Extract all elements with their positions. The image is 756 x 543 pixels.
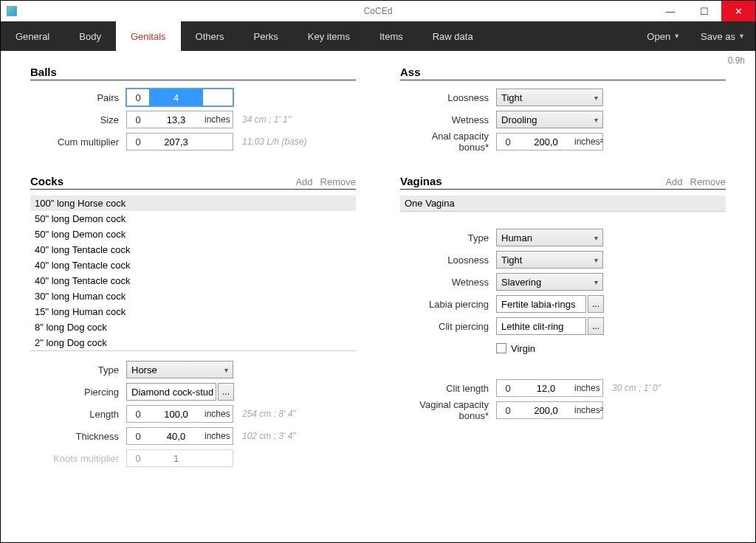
cock-thick-hint: 102 cm ; 3' 4" [242, 431, 296, 441]
vag-wetness-select[interactable]: Slavering▾ [496, 273, 603, 291]
clitp-label: Clit piercing [400, 321, 496, 332]
list-item[interactable]: 50" long Demon cock [30, 226, 356, 242]
vaginas-remove[interactable]: Remove [690, 176, 726, 187]
list-item[interactable]: 15" long Human cock [30, 304, 356, 319]
vaginas-add[interactable]: Add [665, 176, 682, 187]
tab-bar: General Body Genitals Others Perks Key i… [1, 21, 755, 51]
pairs-input[interactable]: 0 4 [126, 89, 233, 106]
tab-key-items[interactable]: Key items [293, 21, 365, 51]
vag-wetness-label: Wetness [400, 277, 496, 288]
cock-type-label: Type [30, 364, 126, 376]
clitlen-hint: 30 cm ; 1' 0" [612, 383, 661, 393]
list-item[interactable]: 40" long Tentacle cock [30, 257, 356, 273]
clitlen-label: Clit length [400, 383, 496, 394]
cocks-list: 100" long Horse cock 50" long Demon cock… [30, 196, 356, 351]
list-item[interactable]: One Vagina [400, 196, 726, 211]
size-label: Size [30, 114, 126, 125]
cocks-title: Cocks [30, 175, 63, 187]
vaginas-list: One Vagina [400, 196, 726, 212]
chevron-down-icon: ▼ [673, 32, 680, 40]
list-item[interactable]: 100" long Horse cock [30, 196, 356, 211]
cock-piercing-label: Piercing [30, 387, 126, 398]
checkbox-icon [496, 343, 506, 353]
chevron-down-icon: ▼ [738, 32, 745, 40]
clitp-field[interactable]: Lethite clit-ring [496, 317, 586, 335]
chevron-down-icon: ▾ [219, 366, 233, 374]
chevron-down-icon: ▾ [589, 256, 602, 264]
section-ass: Ass Loosness Tight▾ Wetness Drooling▾ An… [400, 66, 726, 153]
chevron-down-icon: ▾ [589, 116, 602, 124]
virgin-checkbox[interactable]: Virgin [496, 339, 535, 358]
cum-input[interactable]: 0 207,3 [126, 133, 233, 151]
labia-label: Labia piercing [400, 299, 496, 310]
list-item[interactable]: 40" long Tentacle cock [30, 273, 356, 288]
cock-piercing-more-button[interactable]: ... [218, 383, 234, 401]
vag-loosness-label: Loosness [400, 255, 496, 266]
open-menu[interactable]: Open▼ [636, 21, 690, 51]
ass-wetness-select[interactable]: Drooling▾ [496, 111, 603, 128]
tab-perks[interactable]: Perks [239, 21, 293, 51]
cock-length-hint: 254 cm ; 8' 4" [242, 409, 296, 419]
app-icon [7, 6, 17, 16]
list-item[interactable]: 50" long Demon cock [30, 211, 356, 226]
minimize-button[interactable]: — [653, 1, 687, 21]
tab-raw-data[interactable]: Raw data [418, 21, 488, 51]
size-hint: 34 cm ; 1' 1" [242, 114, 291, 125]
cock-length-input[interactable]: 0 100,0 inches [126, 405, 233, 423]
cum-label: Cum multiplier [30, 136, 126, 148]
ass-cap-label: Anal capacity bonus* [400, 131, 496, 153]
list-item[interactable]: 30" long Human cock [30, 288, 356, 304]
section-balls: Balls Pairs 0 4 Size 0 13,3 [30, 66, 356, 153]
vag-loosness-select[interactable]: Tight▾ [496, 251, 603, 269]
labia-more-button[interactable]: ... [588, 295, 604, 313]
tab-body[interactable]: Body [64, 21, 116, 51]
vag-cap-label: Vaginal capacity bonus* [400, 399, 496, 421]
tab-general[interactable]: General [1, 21, 64, 51]
chevron-down-icon: ▾ [589, 234, 602, 242]
tab-items[interactable]: Items [365, 21, 418, 51]
cocks-add[interactable]: Add [295, 176, 312, 187]
labia-field[interactable]: Fertite labia-rings [496, 295, 586, 313]
section-vaginas: Vaginas Add Remove One Vagina Type Human… [400, 175, 726, 421]
clitp-more-button[interactable]: ... [588, 317, 604, 335]
window-title: CoCEd [364, 6, 393, 16]
tab-genitals[interactable]: Genitals [116, 21, 181, 51]
cock-thick-input[interactable]: 0 40,0 inches [126, 427, 233, 445]
cock-type-select[interactable]: Horse▾ [126, 361, 233, 378]
knots-label: Knots multiplier [30, 453, 126, 464]
close-button[interactable]: ✕ [721, 1, 755, 21]
section-cocks: Cocks Add Remove 100" long Horse cock 50… [30, 175, 356, 469]
ass-cap-input[interactable]: 0 200,0 inches² [496, 133, 603, 151]
list-item[interactable]: 40" long Tentacle cock [30, 242, 356, 257]
size-input[interactable]: 0 13,3 inches [126, 111, 233, 128]
list-item[interactable]: 2" long Dog cock [30, 335, 356, 350]
vag-type-label: Type [400, 232, 496, 243]
knots-input: 0 1 [126, 449, 233, 467]
cum-hint: 11,03 L/h (base) [242, 136, 306, 147]
content-area: 0.9h Balls Pairs 0 4 Size [1, 51, 755, 542]
clitlen-input[interactable]: 0 12,0 inches [496, 379, 603, 397]
ass-title: Ass [400, 66, 421, 78]
app-window: CoCEd — ☐ ✕ General Body Genitals Others… [0, 0, 756, 543]
list-item[interactable]: 8" long Dog cock [30, 319, 356, 335]
vag-type-select[interactable]: Human▾ [496, 229, 603, 246]
cock-piercing-field[interactable]: Diamond cock-stud [126, 383, 216, 401]
ass-loosness-select[interactable]: Tight▾ [496, 89, 603, 106]
ass-wetness-label: Wetness [400, 114, 496, 125]
tab-others[interactable]: Others [181, 21, 239, 51]
cock-thick-label: Thickness [30, 431, 126, 442]
window-buttons: — ☐ ✕ [653, 1, 755, 21]
ass-loosness-label: Loosness [400, 92, 496, 103]
chevron-down-icon: ▾ [589, 278, 602, 286]
pairs-label: Pairs [30, 92, 126, 103]
version-label: 0.9h [728, 55, 745, 66]
cock-length-label: Length [30, 409, 126, 420]
titlebar: CoCEd — ☐ ✕ [1, 1, 755, 21]
chevron-down-icon: ▾ [589, 94, 602, 102]
vag-cap-input[interactable]: 0 200,0 inches² [496, 401, 603, 419]
balls-title: Balls [30, 66, 57, 78]
cocks-remove[interactable]: Remove [320, 176, 356, 187]
saveas-menu[interactable]: Save as▼ [690, 21, 755, 51]
maximize-button[interactable]: ☐ [687, 1, 721, 21]
vaginas-title: Vaginas [400, 175, 442, 187]
